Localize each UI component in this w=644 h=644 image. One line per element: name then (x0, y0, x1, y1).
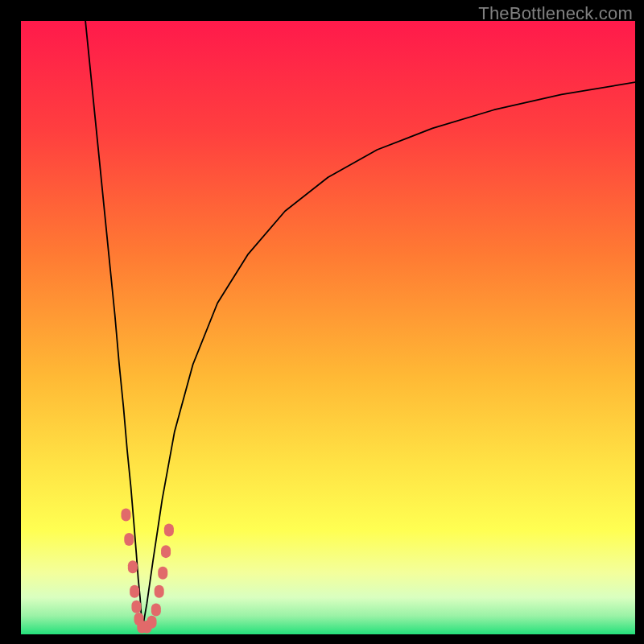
bead-point (164, 523, 174, 536)
bottleneck-chart (21, 21, 635, 634)
gradient-background (21, 21, 635, 634)
watermark-text: TheBottleneck.com (478, 3, 633, 24)
bead-point (147, 616, 157, 629)
bead-point (151, 604, 161, 617)
chart-stage: TheBottleneck.com (0, 0, 644, 644)
bead-point (121, 508, 130, 521)
bead-point (158, 567, 167, 580)
bead-point (130, 585, 139, 598)
bead-point (155, 585, 164, 598)
bead-point (128, 560, 138, 573)
bead-point (161, 545, 171, 558)
bead-point (124, 533, 134, 546)
bead-point (131, 601, 141, 613)
